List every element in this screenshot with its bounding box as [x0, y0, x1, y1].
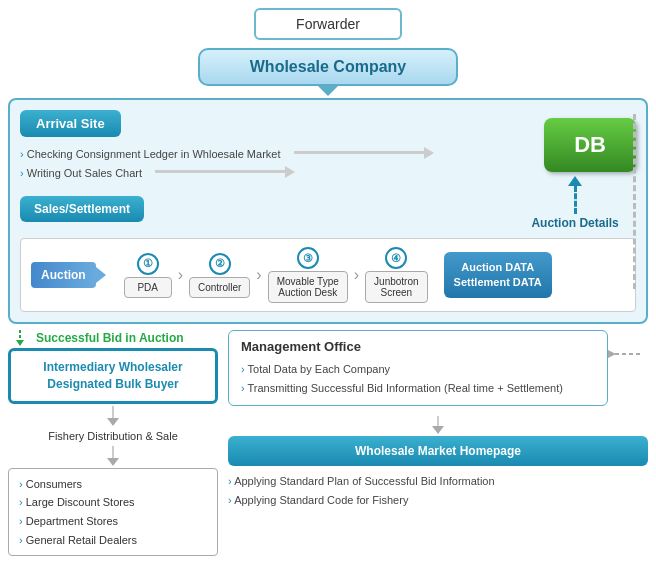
step-circle-4: ④: [385, 247, 407, 269]
consumer-item: Consumers: [19, 475, 207, 494]
step-arrow-2: ›: [256, 266, 261, 284]
bottom-section: Successful Bid in Auction Intermediary W…: [8, 330, 648, 556]
arrow-right-2: [155, 165, 295, 177]
svg-marker-1: [16, 340, 24, 346]
right-dashed-border: [633, 114, 636, 289]
svg-marker-3: [608, 350, 616, 358]
step-circle-2: ②: [209, 253, 231, 275]
auction-data-line2: Settlement DATA: [454, 276, 542, 288]
arrow-right-1: [294, 146, 434, 158]
dashed-left-arrow-icon: [608, 348, 648, 360]
auction-row: Auction ① PDA › ② Controller › ③ Movable…: [20, 238, 636, 312]
check-item-1: Checking Consignment Ledger in Whloesale…: [20, 145, 494, 164]
intermediary-line1: Intermediary Wholesaler: [43, 360, 182, 374]
management-item: Transmitting Successful Bid Information …: [241, 379, 595, 398]
checklist: Checking Consignment Ledger in Whloesale…: [20, 145, 494, 182]
step-circle-3: ③: [297, 247, 319, 269]
forwarder-label: Forwarder: [296, 16, 360, 32]
arrival-site-button[interactable]: Arrival Site: [20, 110, 121, 137]
step-box-1: PDA: [124, 277, 172, 298]
step-box-4: JunbotronScreen: [365, 271, 427, 303]
step-arrow-1: ›: [178, 266, 183, 284]
management-box: Management Office Total Data by Each Com…: [228, 330, 608, 406]
consumers-arrow: [8, 446, 218, 466]
wholesale-label: Wholesale Company: [250, 58, 406, 75]
forwarder-box: Forwarder: [254, 8, 402, 40]
auction-label: Auction: [41, 268, 86, 282]
auction-step-4: ④ JunbotronScreen: [365, 247, 427, 303]
bottom-left: Successful Bid in Auction Intermediary W…: [8, 330, 218, 556]
successful-bid-text: Successful Bid in Auction: [36, 331, 184, 345]
top-section: Forwarder Wholesale Company: [0, 0, 656, 86]
wholesale-homepage-button[interactable]: Wholesale Market Homepage: [228, 436, 648, 466]
db-box: DB: [544, 118, 636, 172]
top-row: Arrival Site Checking Consignment Ledger…: [20, 110, 636, 230]
management-item: Total Data by Each Company: [241, 360, 595, 379]
sales-settlement-label: Sales/Settlement: [34, 202, 130, 216]
apply-item: Applying Standard Plan of Successful Bid…: [228, 472, 648, 491]
step-box-2: Controller: [189, 277, 250, 298]
auction-step-2: ② Controller: [189, 253, 250, 298]
sales-settlement-button[interactable]: Sales/Settlement: [20, 196, 144, 222]
main-container: Arrival Site Checking Consignment Ledger…: [8, 98, 648, 324]
auction-data-line1: Auction DATA: [461, 261, 534, 273]
db-arrow-up: [568, 176, 582, 214]
step-arrow-3: ›: [354, 266, 359, 284]
intermediary-line2: Designated Bulk Buyer: [47, 377, 178, 391]
db-label: DB: [574, 132, 606, 157]
auction-step-3: ③ Movable TypeAuction Desk: [268, 247, 348, 303]
wholesale-box: Wholesale Company: [198, 48, 458, 86]
auction-step-1: ① PDA: [124, 253, 172, 298]
check-item-2: Writing Out Sales Chart: [20, 164, 494, 183]
consumer-item: General Retail Dealers: [19, 531, 207, 550]
wholesale-homepage-label: Wholesale Market Homepage: [355, 444, 521, 458]
consumer-item: Large Discount Stores: [19, 493, 207, 512]
homepage-arrow: [228, 416, 648, 434]
dashed-arrow-down-icon: [12, 330, 28, 346]
fishery-arrow: [8, 406, 218, 426]
step-box-3: Movable TypeAuction Desk: [268, 271, 348, 303]
management-title: Management Office: [241, 339, 595, 354]
apply-list: Applying Standard Plan of Successful Bid…: [228, 472, 648, 509]
auction-details-label: Auction Details: [531, 216, 618, 230]
fishery-label: Fishery Distribution & Sale: [8, 430, 218, 442]
auction-data-box: Auction DATA Settlement DATA: [444, 252, 552, 299]
left-col: Arrival Site Checking Consignment Ledger…: [20, 110, 494, 222]
bottom-right: Management Office Total Data by Each Com…: [228, 330, 648, 556]
consumer-item: Department Stores: [19, 512, 207, 531]
auction-button[interactable]: Auction: [31, 262, 96, 288]
arrival-site-label: Arrival Site: [36, 116, 105, 131]
step-circle-1: ①: [137, 253, 159, 275]
management-list: Total Data by Each CompanyTransmitting S…: [241, 360, 595, 397]
intermediary-box: Intermediary Wholesaler Designated Bulk …: [8, 348, 218, 404]
apply-item: Applying Standard Code for Fishery: [228, 491, 648, 510]
consumers-box: ConsumersLarge Discount StoresDepartment…: [8, 468, 218, 557]
